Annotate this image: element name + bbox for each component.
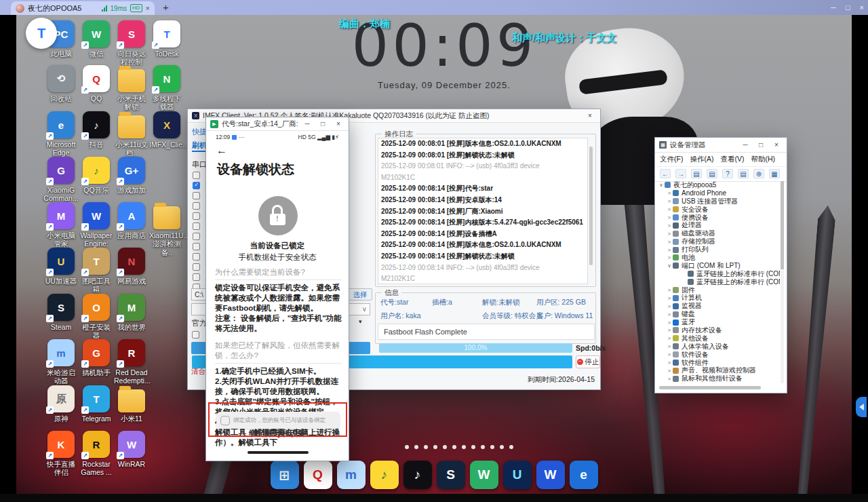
back-arrow-icon[interactable]: ← [216,144,227,157]
desktop-icon-tile[interactable]: T ↗ [83,248,110,275]
imfx-checkbox[interactable] [193,182,200,189]
phone-maximize-button[interactable]: □ [317,120,329,128]
desktop-icon-tile[interactable]: G+ ↗ [118,157,145,184]
device-tree-item[interactable]: > 计算机 [655,294,780,302]
imfx-checkbox[interactable] [193,172,200,179]
device-tree-item[interactable]: > 鼠标和其他指针设备 [655,374,780,383]
imfx-checkbox[interactable] [193,243,200,250]
devmgr-minimize-button[interactable]: ─ [739,141,751,149]
desktop-icon-tile[interactable]: 原 ↗ [47,385,75,412]
desktop-icon-tile[interactable]: N ↗ [153,65,180,92]
desktop-icon[interactable]: T ↗ ToDesk [149,20,184,58]
device-tree-item[interactable]: > 内存技术设备 [655,326,780,334]
expand-arrow-icon[interactable]: > [666,214,673,220]
desktop-icon-tile[interactable]: e ↗ [47,111,75,138]
desktop-icon[interactable]: X ↗ IMFX_Clie... [149,111,184,149]
desktop-icon[interactable]: ↗ 小米手机解锁 [114,65,149,111]
taskbar-icon[interactable]: S [437,461,465,489]
expand-arrow-icon[interactable]: > [666,343,673,349]
desktop-icon[interactable]: e ↗ Microsoft Edge [43,111,79,157]
desktop-icon[interactable]: ↗ 小米11 [114,385,149,423]
device-tree-item[interactable]: 蓝牙链接上的标准串行 (COM4) [655,278,780,286]
desktop-icon[interactable]: m ↗ 米哈游启动器 [43,339,79,385]
desktop-icon[interactable]: ♪ ↗ 抖音 [79,111,114,149]
desktop-icon[interactable]: O ↗ 橙子安装器 [79,294,114,340]
expand-arrow-icon[interactable]: > [666,311,673,317]
window-minimize-button[interactable]: ─ [831,3,836,12]
taskbar-icon[interactable]: W [470,461,498,489]
desktop-icon-tile[interactable]: X ↗ [153,111,180,138]
menu-item[interactable]: 操作(A) [690,155,713,164]
desktop-icon-tile[interactable]: S ↗ [118,20,145,47]
desktop-icon-tile[interactable]: K ↗ [47,431,75,458]
phone-close-button[interactable]: × [332,120,344,128]
taskbar-icon[interactable]: U [503,461,532,489]
imfx-tab-flash[interactable]: 刷机 [192,140,207,152]
expand-arrow-icon[interactable]: > [666,231,673,237]
device-tree-item[interactable]: > 键盘 [655,310,780,318]
expand-arrow-icon[interactable]: > [666,327,673,333]
expand-arrow-icon[interactable]: > [666,303,673,309]
desktop-icon[interactable]: 原 ↗ 原神 [43,385,79,423]
desktop-icon-tile[interactable]: W ↗ [83,202,110,229]
bind-account-button[interactable]: 绑定账号和设备 [206,428,349,440]
desktop-icon-tile[interactable]: ↗ [153,206,180,229]
desktop-icon-tile[interactable]: ♪ ↗ [83,111,110,138]
desktop-icon[interactable]: ♪ ↗ QQ音乐 [79,157,114,194]
imfx-tab-quick[interactable]: 快捷 [192,127,207,137]
toolbar-icon[interactable]: ▦ [769,169,780,178]
devmgr-horizontal-scrollbar[interactable] [659,386,761,389]
imfx-close-button[interactable]: × [584,112,596,119]
expand-arrow-icon[interactable]: ∨ [666,263,673,269]
desktop-icon[interactable]: W ↗ Wallpaper Engine: [79,202,114,248]
expand-arrow-icon[interactable]: > [666,295,673,301]
imfx-checkbox[interactable] [193,253,200,260]
toolbar-icon[interactable]: → [675,169,686,178]
expand-arrow-icon[interactable]: > [666,335,673,341]
device-tree-item[interactable]: > 软件设备 [655,351,780,359]
expand-arrow-icon[interactable]: > [666,223,673,229]
taskbar-icon[interactable]: ♪ [370,461,399,489]
tab-close-icon[interactable]: × [146,4,150,12]
imfx-showinfo-checkbox[interactable] [192,331,199,339]
expand-arrow-icon[interactable]: > [666,190,673,196]
device-tree-item[interactable]: > 存储控制器 [655,237,780,246]
device-manager-title-bar[interactable]: ▦ 设备管理器 ─ □ × [655,138,787,153]
imfx-checkbox[interactable] [193,192,200,199]
chevron-down-icon[interactable]: ▾ [359,318,362,325]
desktop-icon-tile[interactable]: G ↗ [47,157,75,184]
expand-arrow-icon[interactable]: > [666,376,673,382]
phone-minimize-button[interactable]: ─ [301,120,313,128]
desktop-icon-tile[interactable]: ↗ [118,115,145,138]
desktop-icon[interactable]: S ↗ 向日葵远程控制 [114,20,149,66]
desktop-icon[interactable]: T ↗ Telegram [79,385,114,423]
imfx-stop-button[interactable]: − 停止 [576,355,600,368]
imfx-checkbox[interactable] [193,212,200,220]
expand-arrow-icon[interactable]: > [666,198,673,204]
desktop-icon[interactable]: W ↗ 微信 [79,20,114,58]
taskbar-icon[interactable]: Q [304,461,332,489]
desktop-icon[interactable]: A ↗ 应用商店 [114,202,149,239]
toolbar-icon[interactable]: ← [660,169,671,178]
desktop-icon-tile[interactable]: T ↗ [83,385,110,412]
device-tree-item[interactable]: > 人体学输入设备 [655,343,780,351]
desktop-icon[interactable]: M ↗ 我的世界 [114,294,149,331]
window-maximize-button[interactable]: □ [846,3,850,12]
desktop-icon-tile[interactable]: O ↗ [83,294,110,321]
desktop-icon-tile[interactable]: Q ↗ [83,65,110,92]
imfx-log-list[interactable]: 2025-12-09 00:08:01 [投屏]版本信息:OS2.0.1.0.U… [378,138,588,284]
desktop-icon[interactable]: N ↗ 网易游戏 [114,248,149,285]
desktop-icon[interactable]: ↗ Xiaomi11U..澎湃检测备.. [149,202,184,256]
new-tab-button[interactable]: + [163,0,169,15]
taskbar-icon[interactable]: m [337,461,366,489]
desktop-icon-tile[interactable]: U ↗ [47,248,75,275]
desktop-icon-tile[interactable]: R ↗ [83,431,110,458]
desktop-icon[interactable]: ⟲ ↗ 回收站 [43,65,79,102]
desktop-icon-tile[interactable]: m ↗ [47,339,75,366]
desktop-icon[interactable]: G ↗ XiaomiG Comman... [43,157,79,203]
expand-arrow-icon[interactable]: > [666,247,673,253]
device-tree-item[interactable]: > 便携设备 [655,214,780,222]
phone-title-bar[interactable]: ▶ 代号:star_安卓:14_厂商:Xiao... ─ □ × [206,117,349,131]
desktop-icon[interactable]: S ↗ Steam [43,294,79,331]
expand-arrow-icon[interactable]: > [666,351,673,358]
